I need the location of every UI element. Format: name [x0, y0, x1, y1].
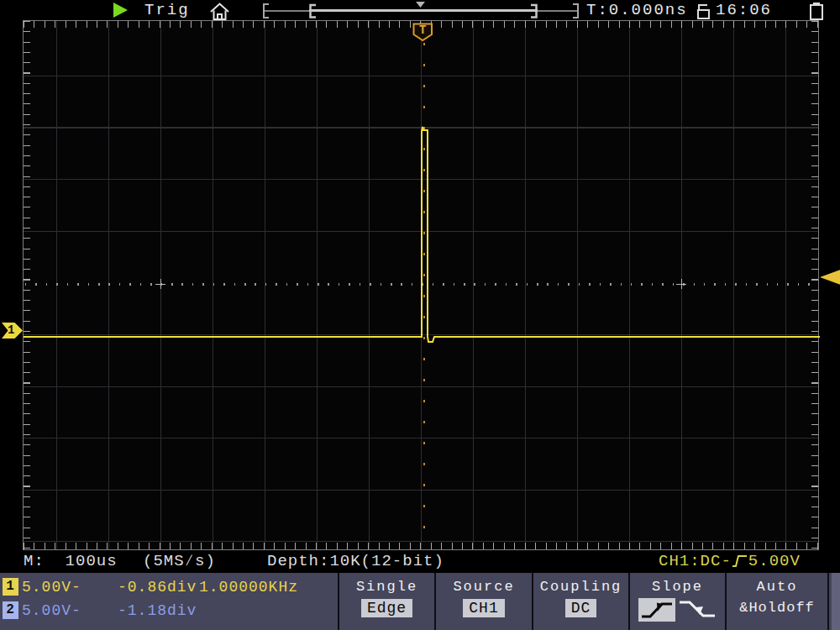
rising-edge-icon [732, 552, 748, 570]
trigger-level-label: 5.00V [748, 549, 801, 573]
trigger-time-offset: T:0.000ns [586, 0, 688, 20]
trigger-readout: CH1:DC- 5.00V [659, 549, 801, 573]
menu-endcap [832, 573, 840, 630]
channel1-offset: -0.86div [118, 577, 197, 597]
channel1-scale: 5.00V- [22, 577, 81, 597]
status-bar: M: 100us (5MS∕s) Depth:10K(12-bit) CH1:D… [0, 549, 840, 573]
rising-slope-icon [640, 599, 674, 621]
trigger-source-label: CH1:DC- [659, 549, 732, 573]
menu-source-label: Source [436, 579, 532, 595]
menu-coupling[interactable]: Coupling DC [532, 573, 628, 630]
window-center-marker [416, 2, 425, 8]
trigger-position-marker[interactable]: T [412, 23, 433, 42]
battery-icon [806, 1, 827, 21]
channel2-offset: -1.18div [118, 601, 197, 621]
channel2-badge[interactable]: 2 [3, 601, 18, 619]
timebase-readout: M: 100us [24, 549, 118, 573]
svg-text:T: T [419, 24, 426, 37]
menu-single-value: Edge [361, 599, 412, 617]
unlock-icon [694, 1, 714, 21]
menu-slope[interactable]: Slope [628, 573, 725, 630]
trigger-level-marker[interactable] [820, 270, 840, 285]
horizontal-position-indicator[interactable] [257, 0, 585, 20]
menu-slope-label: Slope [630, 579, 725, 595]
menu-auto-label: Auto [727, 579, 827, 595]
top-bar: Trig T:0.000ns 16:06 [0, 0, 840, 20]
channel1-badge[interactable]: 1 [3, 578, 18, 596]
menu-source[interactable]: Source CH1 [434, 573, 532, 630]
slope-rising-selected[interactable] [638, 598, 675, 622]
menu-single-label: Single [339, 579, 434, 595]
waveform-display: T [23, 20, 819, 550]
menu-coupling-label: Coupling [533, 579, 628, 595]
channel1-frequency: 1.00000KHz [199, 577, 298, 597]
menu-auto-holdoff[interactable]: Auto &Holdoff [725, 573, 829, 630]
menu-single[interactable]: Single Edge [338, 573, 434, 630]
falling-slope-icon[interactable] [678, 599, 717, 621]
menu-source-value: CH1 [463, 599, 504, 617]
run-state-icon [113, 3, 128, 18]
channel1-waveform [24, 21, 820, 551]
menu-coupling-value: DC [565, 599, 597, 617]
home-icon[interactable] [208, 1, 231, 21]
oscilloscope-screen: Trig T:0.000ns 16:06 [0, 0, 840, 630]
record-depth-readout: Depth:10K(12-bit) [267, 549, 444, 573]
sample-rate-readout: (5MS∕s) [143, 549, 216, 573]
bottom-bar: 1 5.00V- -0.86div 1.00000KHz 2 5.00V- -1… [0, 573, 840, 630]
channel1-marker-label: 1 [8, 323, 14, 337]
trig-status-label: Trig [144, 0, 190, 20]
menu-holdoff-label: &Holdoff [727, 600, 827, 616]
clock-label: 16:06 [716, 0, 772, 20]
channel2-scale: 5.00V- [22, 601, 81, 621]
channel1-position-marker[interactable]: 1 [2, 323, 23, 339]
